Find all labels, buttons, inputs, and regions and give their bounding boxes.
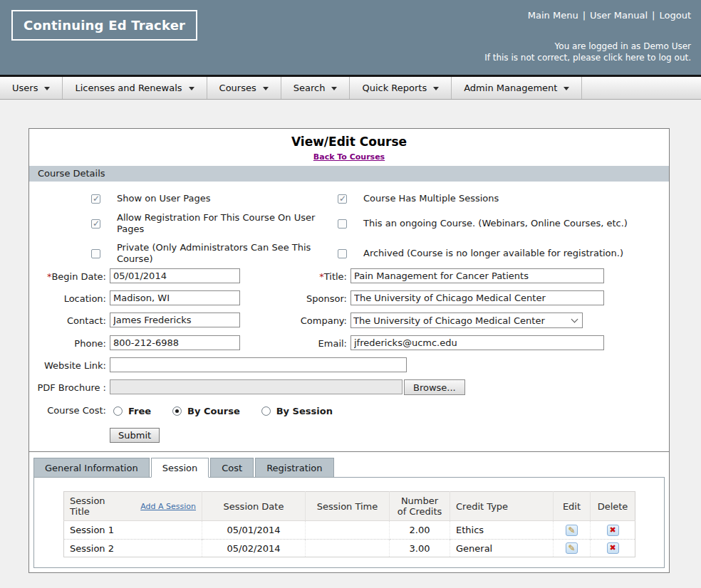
ongoing-course-checkbox[interactable] [338, 219, 347, 229]
header-links: Main Menu|User Manual|Logout [528, 10, 691, 21]
session-title-header-text: Session Title [70, 495, 127, 517]
app-header: Continuing Ed Tracker Main Menu|User Man… [0, 0, 701, 75]
tab-general-information[interactable]: General Information [33, 458, 150, 478]
sponsor-input[interactable] [350, 290, 604, 305]
pdf-brochure-file-field[interactable] [110, 379, 403, 394]
form-row: *Begin Date: *Title: [29, 268, 669, 283]
browse-button[interactable]: Browse... [404, 379, 465, 395]
chevron-down-icon [44, 87, 50, 90]
session-time-cell [306, 521, 390, 540]
user-manual-link[interactable]: User Manual [590, 10, 648, 21]
free-radio-label: Free [128, 406, 151, 416]
col-edit: Edit [554, 492, 591, 521]
course-cost-label: Course Cost: [29, 405, 106, 416]
nav-item-users[interactable]: Users [0, 77, 63, 99]
app-logo-text: Continuing Ed Tracker [24, 18, 185, 33]
logout-link[interactable]: Logout [659, 10, 691, 21]
allow-registration-checkbox[interactable] [91, 219, 100, 229]
form-row: Phone: Email: [29, 335, 669, 350]
nav-item-quick-reports[interactable]: Quick Reports [350, 77, 452, 99]
edit-session-icon[interactable]: ✎ [566, 542, 578, 554]
logout-hint-text: If this is not correct, please click her… [484, 52, 691, 63]
show-on-user-pages-checkbox[interactable] [91, 194, 100, 204]
course-cost-row: Course Cost: Free By Course By Session [29, 405, 669, 416]
col-session-title: Session Title Add A Session [64, 492, 202, 521]
phone-input[interactable] [110, 335, 240, 350]
cost-option-by-session: By Session [261, 406, 333, 416]
website-link-label: Website Link: [29, 357, 106, 372]
title-label-text: Title: [324, 271, 347, 282]
cost-option-free: Free [113, 406, 151, 416]
private-course-checkbox[interactable] [91, 249, 100, 258]
contact-input[interactable] [110, 313, 240, 327]
free-radio[interactable] [113, 406, 123, 416]
archived-course-label: Archived (Course is no longer available … [363, 248, 623, 259]
checkbox-grid: Show on User Pages Allow Registration Fo… [29, 182, 669, 268]
main-menu-link[interactable]: Main Menu [528, 10, 578, 21]
logout-hint-pre: If this is not correct, please [484, 53, 603, 63]
tab-cost[interactable]: Cost [210, 458, 254, 478]
session-credit-type-cell: General [450, 539, 554, 557]
email-input[interactable] [350, 335, 604, 350]
nav-label: Users [12, 83, 38, 93]
begin-date-label-text: Begin Date: [51, 271, 106, 282]
cost-option-by-course: By Course [172, 406, 240, 416]
submit-button[interactable]: Submit [110, 428, 160, 443]
title-block: View/Edit Course Back To Courses [29, 129, 669, 166]
checkbox-row: Course Has Multiple Sessions [338, 189, 651, 209]
show-on-user-pages-label: Show on User Pages [117, 193, 211, 204]
login-status: You are logged in as Demo User If this i… [484, 41, 691, 63]
col-session-date: Session Date [202, 492, 306, 521]
by-session-radio[interactable] [261, 406, 271, 416]
session-row-1: Session 1 05/01/2014 2.00 Ethics ✎ ✖ [64, 521, 635, 540]
nav-item-courses[interactable]: Courses [207, 77, 281, 99]
company-select[interactable]: The University of Chicago Medical Center [350, 313, 583, 328]
tab-registration[interactable]: Registration [255, 458, 333, 478]
checkbox-column-right: Course Has Multiple Sessions This an ong… [338, 189, 651, 268]
back-to-courses-link[interactable]: Back To Courses [313, 152, 385, 162]
location-input[interactable] [110, 290, 240, 305]
tab-strip: General Information Session Cost Registr… [33, 458, 665, 477]
sponsor-label: Sponsor: [240, 290, 347, 304]
by-course-radio-label: By Course [187, 406, 240, 416]
location-label: Location: [29, 290, 106, 305]
session-date-cell: 05/02/2014 [202, 539, 306, 557]
nav-item-licenses-and-renewals[interactable]: Licenses and Renewals [63, 77, 207, 99]
page-title: View/Edit Course [29, 135, 669, 149]
multiple-sessions-checkbox[interactable] [338, 194, 347, 204]
nav-item-admin-management[interactable]: Admin Management [452, 77, 582, 99]
link-separator: | [652, 10, 655, 21]
nav-label: Licenses and Renewals [75, 83, 182, 93]
session-title-cell: Session 1 [64, 521, 202, 540]
click-here-logout-link[interactable]: click here [603, 53, 645, 63]
website-link-input[interactable] [110, 357, 407, 372]
begin-date-input[interactable] [110, 268, 240, 283]
by-course-radio[interactable] [172, 406, 182, 416]
delete-session-icon[interactable]: ✖ [607, 542, 619, 554]
checkbox-row: Archived (Course is no longer available … [338, 238, 651, 268]
link-separator: | [583, 10, 586, 21]
checkbox-column-left: Show on User Pages Allow Registration Fo… [91, 189, 338, 268]
chevron-down-icon [263, 87, 269, 90]
sessions-table-header-row: Session Title Add A Session Session Date… [64, 492, 635, 521]
add-a-session-link[interactable]: Add A Session [140, 502, 196, 511]
app-logo: Continuing Ed Tracker [11, 10, 197, 41]
main-nav: Users Licenses and Renewals Courses Sear… [0, 75, 701, 100]
session-credits-cell: 2.00 [390, 521, 450, 540]
delete-session-icon[interactable]: ✖ [607, 525, 619, 536]
col-delete: Delete [591, 492, 635, 521]
chevron-down-icon [189, 87, 194, 90]
nav-item-search[interactable]: Search [281, 77, 350, 99]
checkbox-row: Show on User Pages [91, 189, 338, 209]
company-select-wrap: The University of Chicago Medical Center [350, 313, 583, 328]
tab-session[interactable]: Session [151, 458, 209, 478]
begin-date-label: *Begin Date: [29, 268, 106, 283]
edit-session-icon[interactable]: ✎ [566, 525, 578, 536]
checkbox-row: Allow Registration For This Course On Us… [91, 209, 338, 238]
chevron-down-icon [564, 87, 569, 90]
archived-course-checkbox[interactable] [338, 249, 347, 258]
session-title-cell: Session 2 [64, 539, 202, 557]
nav-label: Search [294, 83, 326, 93]
session-date-cell: 05/01/2014 [202, 521, 306, 540]
title-input[interactable] [350, 268, 604, 283]
